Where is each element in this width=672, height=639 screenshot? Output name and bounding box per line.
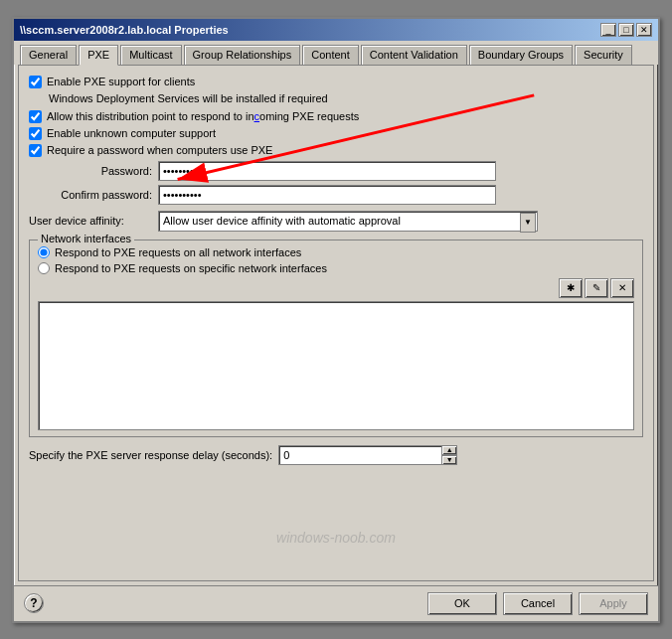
radio-all-row: Respond to PXE requests on all network i… — [38, 246, 634, 258]
require-password-label: Require a password when computers use PX… — [47, 144, 272, 156]
require-password-row: Require a password when computers use PX… — [29, 144, 643, 157]
password-label: Password: — [39, 165, 158, 177]
network-remove-button[interactable]: ✕ — [610, 278, 634, 298]
delay-label: Specify the PXE server response delay (s… — [29, 449, 272, 461]
affinity-select[interactable]: Allow user device affinity with automati… — [158, 211, 538, 232]
affinity-select-wrapper: Allow user device affinity with automati… — [158, 211, 538, 232]
password-input[interactable] — [158, 161, 496, 181]
delay-input-wrapper: ▲ ▼ — [278, 445, 457, 465]
tab-content[interactable]: Content — [302, 45, 359, 65]
main-window: \\sccm.server2008r2.lab.local Properties… — [12, 17, 660, 623]
allow-respond-checkbox[interactable] — [29, 110, 42, 123]
delay-input[interactable] — [278, 445, 457, 465]
enable-unknown-label: Enable unknown computer support — [47, 127, 216, 139]
allow-respond-label: Allow this distribution point to respond… — [47, 110, 359, 122]
bottom-bar: ? OK Cancel Apply — [14, 585, 658, 621]
radio-all-interfaces[interactable] — [38, 246, 50, 258]
radio-specific-interfaces[interactable] — [38, 262, 50, 274]
apply-button[interactable]: Apply — [579, 592, 648, 615]
require-password-checkbox[interactable] — [29, 144, 42, 157]
tab-multicast[interactable]: Multicast — [120, 45, 181, 65]
enable-pxe-checkbox[interactable] — [29, 76, 42, 88]
enable-pxe-label: Enable PXE support for clients — [47, 76, 195, 87]
network-edit-button[interactable]: ✎ — [585, 278, 608, 298]
delay-spinner: ▲ ▼ — [441, 445, 457, 465]
watermark: windows-noob.com — [276, 530, 396, 546]
tab-boundary-groups[interactable]: Boundary Groups — [469, 45, 573, 65]
cancel-button[interactable]: Cancel — [503, 592, 573, 615]
enable-pxe-row: Enable PXE support for clients — [29, 76, 643, 88]
delay-row: Specify the PXE server response delay (s… — [29, 445, 643, 465]
enable-unknown-row: Enable unknown computer support — [29, 127, 643, 140]
enable-unknown-checkbox[interactable] — [29, 127, 42, 140]
maximize-button[interactable]: □ — [618, 23, 634, 37]
confirm-password-label: Confirm password: — [39, 189, 158, 201]
tabs-bar: General PXE Multicast Group Relationship… — [14, 41, 658, 65]
network-interfaces-groupbox: Network interfaces Respond to PXE reques… — [29, 240, 643, 437]
tab-group-relationships[interactable]: Group Relationships — [184, 45, 301, 65]
radio-specific-label: Respond to PXE requests on specific netw… — [55, 262, 327, 274]
delay-spin-down[interactable]: ▼ — [441, 455, 457, 465]
network-interfaces-label: Network interfaces — [38, 233, 134, 244]
tab-general[interactable]: General — [20, 45, 77, 65]
radio-specific-row: Respond to PXE requests on specific netw… — [38, 262, 634, 274]
close-button[interactable]: ✕ — [636, 23, 652, 37]
help-button[interactable]: ? — [24, 593, 44, 613]
minimize-button[interactable]: _ — [600, 23, 616, 37]
affinity-row: User device affinity: Allow user device … — [29, 211, 643, 232]
bottom-right-buttons: OK Cancel Apply — [427, 592, 648, 615]
delay-spin-up[interactable]: ▲ — [441, 445, 457, 455]
wds-note: Windows Deployment Services will be inst… — [49, 92, 643, 104]
radio-all-label: Respond to PXE requests on all network i… — [55, 246, 301, 258]
confirm-password-row: Confirm password: — [39, 185, 643, 205]
tab-content-validation[interactable]: Content Validation — [361, 45, 467, 65]
title-bar: \\sccm.server2008r2.lab.local Properties… — [14, 19, 658, 41]
tab-content-pxe: Enable PXE support for clients Windows D… — [18, 65, 654, 581]
allow-respond-row: Allow this distribution point to respond… — [29, 110, 643, 123]
ok-button[interactable]: OK — [427, 592, 497, 615]
tab-pxe[interactable]: PXE — [79, 45, 118, 66]
title-bar-controls: _ □ ✕ — [600, 23, 652, 37]
window-title: \\sccm.server2008r2.lab.local Properties — [20, 24, 229, 36]
tab-security[interactable]: Security — [575, 45, 632, 65]
confirm-password-input[interactable] — [158, 185, 496, 205]
network-list-buttons: ✱ ✎ ✕ — [38, 278, 634, 298]
network-list — [38, 301, 634, 430]
network-add-button[interactable]: ✱ — [559, 278, 583, 298]
affinity-label: User device affinity: — [29, 215, 158, 227]
password-row: Password: — [39, 161, 643, 181]
